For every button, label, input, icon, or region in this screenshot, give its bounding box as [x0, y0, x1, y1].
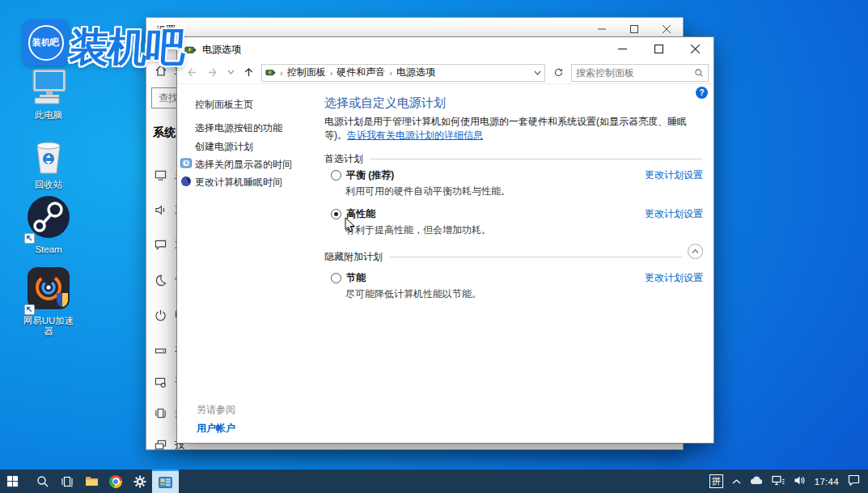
multitasking-icon [155, 407, 167, 419]
balanced-radio[interactable] [331, 170, 341, 181]
search-icon [36, 475, 49, 488]
control-panel-taskbar-button[interactable] [152, 470, 179, 493]
address-bar[interactable]: › 控制面板 › 硬件和声音 › 电源选项 [261, 64, 545, 82]
file-explorer-button[interactable] [79, 470, 104, 493]
taskbar-settings-button[interactable] [128, 470, 152, 493]
desktop: { "colors": { "link": "#0066cc", "headin… [0, 0, 868, 493]
power-close-button[interactable] [677, 37, 713, 61]
chevron-up-icon [692, 249, 699, 254]
preferred-plans-section: 首选计划 [324, 152, 703, 166]
power-saver-description: 尽可能降低计算机性能以节能。 [345, 287, 481, 301]
back-arrow-icon[interactable] [182, 64, 200, 82]
hidden-icons-chevron[interactable] [732, 476, 741, 487]
plan-high-performance-row: 高性能 更改计划设置 [331, 206, 703, 221]
focus-assist-moon-icon [155, 274, 167, 287]
tablet-icon [155, 376, 167, 389]
display-icon [155, 169, 167, 181]
high-performance-radio[interactable] [331, 209, 341, 219]
mouse-cursor [345, 217, 356, 233]
settings-section-header: 系统 [153, 125, 176, 140]
power-saver-label[interactable]: 节能 [346, 271, 366, 285]
ime-indicator[interactable]: 拼 [709, 474, 723, 488]
balanced-label[interactable]: 平衡 (推荐) [346, 168, 394, 182]
sidebar-create-plan[interactable]: 创建电源计划 [195, 140, 253, 154]
breadcrumb-control-panel[interactable]: 控制面板 [287, 66, 326, 79]
hidden-plans-section: 隐藏附加计划 [324, 250, 682, 264]
control-panel-search-box[interactable] [571, 64, 709, 82]
forward-arrow-icon[interactable] [204, 64, 222, 82]
balanced-change-settings-link[interactable]: 更改计划设置 [645, 168, 703, 182]
start-button[interactable] [0, 470, 24, 493]
power-sidebar: 控制面板主页 选择电源按钮的功能 创建电源计划 选择关闭显示器的时间 更改计算机… [177, 84, 324, 443]
zhuangjiba-logo-badge: 装机吧 [23, 19, 69, 66]
sidebar-control-panel-home[interactable]: 控制面板主页 [195, 98, 253, 112]
file-explorer-icon [85, 475, 99, 487]
power-options-breadcrumb-icon [265, 67, 276, 78]
desktop-icon-label: 回收站 [11, 180, 86, 190]
task-view-icon [61, 475, 74, 488]
desktop-icon-label: 网易UU加速器 [20, 316, 77, 337]
volume-tray-icon[interactable] [794, 475, 806, 488]
display-off-time-icon [180, 158, 192, 169]
shortcut-arrow-icon [24, 233, 35, 244]
control-panel-search-input[interactable] [576, 67, 694, 79]
plan-info-link[interactable]: 告诉我有关电源计划的详细信息 [347, 130, 483, 141]
power-saver-radio[interactable] [331, 273, 341, 283]
balanced-description: 利用可用的硬件自动平衡功耗与性能。 [345, 185, 510, 198]
search-icon [694, 68, 704, 78]
taskbar-clock[interactable]: 17:44 [815, 477, 839, 487]
sidebar-sleep-time[interactable]: 更改计算机睡眠时间 [195, 176, 282, 189]
taskbar: 拼 17:44 [0, 470, 868, 493]
high-performance-description: 有利于提高性能，但会增加功耗。 [345, 223, 491, 237]
projecting-icon [155, 439, 167, 451]
up-arrow-icon[interactable] [239, 64, 257, 82]
address-dropdown-icon[interactable] [534, 67, 541, 79]
sidebar-display-off-time[interactable]: 选择关闭显示器的时间 [195, 158, 292, 172]
notifications-icon [155, 239, 167, 251]
breadcrumb-hardware-sound[interactable]: 硬件和声音 [337, 66, 385, 79]
power-saver-change-settings-link[interactable]: 更改计划设置 [645, 271, 703, 285]
recent-pages-caret-icon[interactable] [226, 64, 235, 82]
see-also-header: 另请参阅 [197, 403, 235, 417]
desktop-icon-label: 此电脑 [11, 110, 86, 121]
power-maximize-button[interactable] [641, 37, 677, 61]
recycle-bin-icon [31, 138, 66, 177]
collapse-section-button[interactable] [688, 244, 703, 259]
high-performance-change-settings-link[interactable]: 更改计划设置 [645, 207, 703, 221]
plan-balanced-row: 平衡 (推荐) 更改计划设置 [331, 168, 703, 182]
zhuangjiba-logo-text: 装机吧 [68, 21, 186, 74]
power-window-title: 电源选项 [202, 43, 241, 57]
settings-search-placeholder: 查找 [159, 91, 178, 105]
steam-icon [26, 194, 71, 242]
action-center-icon[interactable] [848, 474, 860, 488]
netease-uu-icon [26, 266, 71, 313]
power-main: 选择或自定义电源计划 电源计划是用于管理计算机如何使用电源的一套硬件和系统设置(… [324, 84, 703, 443]
power-options-window: 电源选项 › 控制面板 › 硬件和声音 › 电源选项 [176, 36, 714, 444]
power-icon [155, 309, 167, 321]
desktop-icon-label: Steam [11, 244, 86, 255]
refresh-icon[interactable] [549, 64, 567, 82]
sleep-time-icon [180, 176, 192, 187]
sidebar-power-buttons[interactable]: 选择电源按钮的功能 [195, 121, 282, 135]
chrome-icon [109, 475, 122, 488]
user-accounts-link[interactable]: 用户帐户 [197, 422, 235, 436]
desktop-icon-steam[interactable]: Steam [11, 194, 86, 255]
desktop-icon-netease-uu[interactable]: 网易UU加速器 [11, 266, 86, 337]
power-navbar: › 控制面板 › 硬件和声音 › 电源选项 [177, 62, 713, 84]
breadcrumb-power-options[interactable]: 电源选项 [396, 66, 435, 79]
windows-logo-icon [6, 475, 19, 487]
intro-text: 电源计划是用于管理计算机如何使用电源的一套硬件和系统设置(如显示器亮度、睡眠等)… [324, 115, 705, 142]
logo-badge-text: 装机吧 [32, 36, 59, 49]
system-tray: 拼 17:44 [709, 470, 868, 493]
task-view-button[interactable] [55, 470, 79, 493]
taskbar-search-button[interactable] [31, 470, 55, 493]
network-tray-icon[interactable] [772, 475, 785, 488]
this-pc-icon [28, 68, 69, 108]
control-panel-icon [159, 477, 172, 488]
desktop-icon-this-pc[interactable]: 此电脑 [11, 68, 86, 121]
power-minimize-button[interactable] [604, 37, 641, 61]
chrome-button[interactable] [104, 470, 128, 493]
gear-icon [133, 475, 146, 488]
cloud-tray-icon[interactable] [750, 475, 763, 487]
desktop-icon-recycle-bin[interactable]: 回收站 [11, 138, 86, 190]
